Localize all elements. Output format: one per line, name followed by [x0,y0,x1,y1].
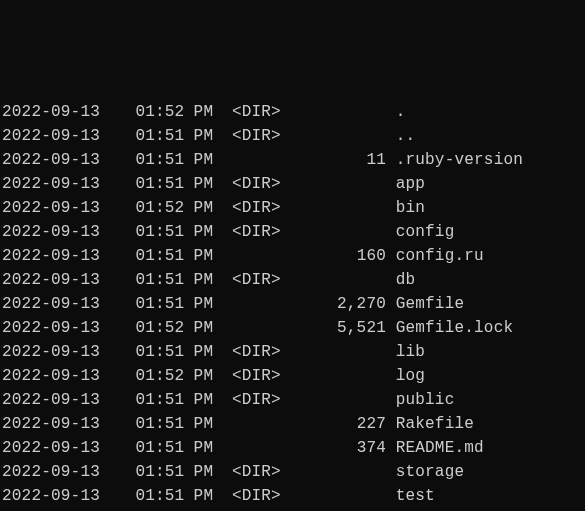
dir-entry-row: 2022-09-1301:51PM11.ruby-version [2,148,583,172]
entry-dir-flag: <DIR> [213,388,299,412]
entry-name: app [386,172,425,196]
entry-ampm: PM [184,220,213,244]
entry-ampm: PM [184,292,213,316]
entry-date: 2022-09-13 [2,268,98,292]
entry-date: 2022-09-13 [2,316,98,340]
dir-entry-row: 2022-09-1301:51PM2,270Gemfile [2,292,583,316]
entry-date: 2022-09-13 [2,124,98,148]
entry-dir-flag: <DIR> [213,484,299,508]
entry-dir-flag: <DIR> [213,268,299,292]
entry-date: 2022-09-13 [2,292,98,316]
entry-time: 01:51 [98,124,184,148]
dir-entry-row: 2022-09-1301:51PM<DIR>db [2,268,583,292]
entry-time: 01:51 [98,292,184,316]
entry-dir-flag: <DIR> [213,124,299,148]
entry-size: 227 [300,412,386,436]
entry-ampm: PM [184,364,213,388]
dir-entry-row: 2022-09-1301:51PM<DIR>.. [2,124,583,148]
entry-name: .. [386,124,415,148]
dir-entry-row: 2022-09-1301:51PM227Rakefile [2,412,583,436]
entry-time: 01:51 [98,220,184,244]
entry-date: 2022-09-13 [2,484,98,508]
entry-ampm: PM [184,100,213,124]
entry-date: 2022-09-13 [2,220,98,244]
entry-name: public [386,388,454,412]
dir-entry-row: 2022-09-1301:51PM<DIR>lib [2,340,583,364]
entry-time: 01:52 [98,316,184,340]
entry-ampm: PM [184,316,213,340]
entry-date: 2022-09-13 [2,172,98,196]
entry-ampm: PM [184,436,213,460]
entry-date: 2022-09-13 [2,460,98,484]
entry-date: 2022-09-13 [2,244,98,268]
entry-time: 01:52 [98,100,184,124]
dir-entry-row: 2022-09-1301:51PM<DIR>test [2,484,583,508]
entry-ampm: PM [184,268,213,292]
entry-name: test [386,484,435,508]
entry-size: 160 [300,244,386,268]
entry-name: db [386,268,415,292]
entry-dir-flag: <DIR> [213,196,299,220]
entry-dir-flag: <DIR> [213,172,299,196]
entry-time: 01:51 [98,148,184,172]
dir-entry-row: 2022-09-1301:52PM<DIR>bin [2,196,583,220]
entry-date: 2022-09-13 [2,412,98,436]
dir-entry-row: 2022-09-1301:51PM<DIR>app [2,172,583,196]
entry-ampm: PM [184,388,213,412]
entry-time: 01:51 [98,172,184,196]
entry-ampm: PM [184,196,213,220]
entry-name: Rakefile [386,412,474,436]
entry-time: 01:51 [98,340,184,364]
entry-name: config.ru [386,244,484,268]
entry-size: 2,270 [300,292,386,316]
entry-ampm: PM [184,124,213,148]
dir-listing: 2022-09-1301:52PM<DIR>.2022-09-1301:51PM… [2,100,583,511]
entry-time: 01:51 [98,244,184,268]
dir-entry-row: 2022-09-1301:51PM160config.ru [2,244,583,268]
dir-entry-row: 2022-09-1301:52PM<DIR>log [2,364,583,388]
dir-entry-row: 2022-09-1301:51PM<DIR>storage [2,460,583,484]
entry-ampm: PM [184,412,213,436]
dir-entry-row: 2022-09-1301:51PM<DIR>config [2,220,583,244]
entry-size: 5,521 [300,316,386,340]
entry-time: 01:51 [98,436,184,460]
entry-dir-flag: <DIR> [213,460,299,484]
entry-name: log [386,364,425,388]
entry-name: README.md [386,436,484,460]
entry-name: config [386,220,454,244]
entry-ampm: PM [184,148,213,172]
entry-ampm: PM [184,484,213,508]
entry-dir-flag: <DIR> [213,364,299,388]
dir-entry-row: 2022-09-1301:51PM374README.md [2,436,583,460]
entry-time: 01:51 [98,412,184,436]
entry-ampm: PM [184,172,213,196]
entry-time: 01:51 [98,268,184,292]
entry-dir-flag: <DIR> [213,340,299,364]
entry-name: Gemfile.lock [386,316,513,340]
entry-date: 2022-09-13 [2,388,98,412]
entry-date: 2022-09-13 [2,436,98,460]
entry-size: 11 [300,148,386,172]
dir-entry-row: 2022-09-1301:52PM5,521Gemfile.lock [2,316,583,340]
entry-name: . [386,100,405,124]
entry-date: 2022-09-13 [2,340,98,364]
dir-entry-row: 2022-09-1301:51PM<DIR>public [2,388,583,412]
dir-entry-row: 2022-09-1301:52PM<DIR>. [2,100,583,124]
entry-dir-flag: <DIR> [213,220,299,244]
entry-date: 2022-09-13 [2,364,98,388]
entry-date: 2022-09-13 [2,148,98,172]
entry-time: 01:51 [98,388,184,412]
entry-name: lib [386,340,425,364]
entry-time: 01:52 [98,196,184,220]
entry-time: 01:51 [98,460,184,484]
entry-time: 01:52 [98,364,184,388]
entry-date: 2022-09-13 [2,196,98,220]
entry-date: 2022-09-13 [2,100,98,124]
entry-name: bin [386,196,425,220]
entry-name: Gemfile [386,292,464,316]
entry-size: 374 [300,436,386,460]
entry-dir-flag: <DIR> [213,100,299,124]
entry-name: storage [386,460,464,484]
entry-ampm: PM [184,460,213,484]
entry-time: 01:51 [98,484,184,508]
